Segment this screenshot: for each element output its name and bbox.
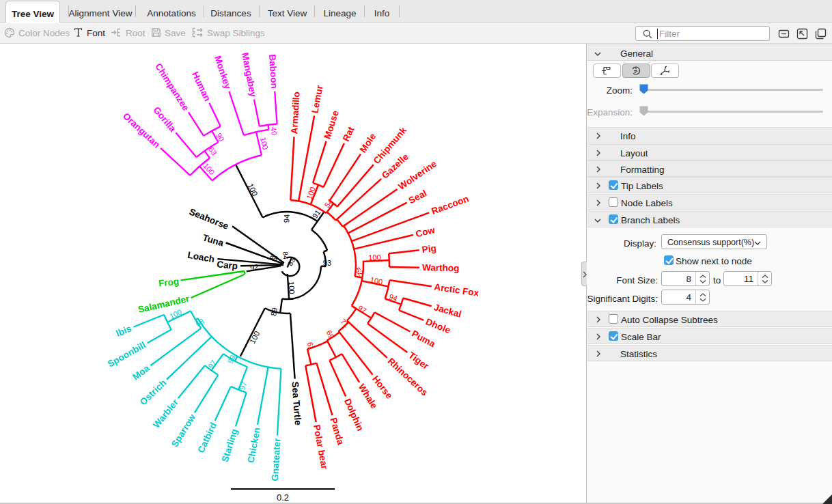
svg-text:Dolphin: Dolphin: [342, 397, 365, 432]
svg-text:Human: Human: [190, 70, 212, 103]
svg-text:40: 40: [269, 126, 279, 136]
svg-text:Lemur: Lemur: [309, 84, 324, 114]
svg-text:90: 90: [214, 132, 225, 143]
svg-text:Gorilla: Gorilla: [152, 105, 178, 135]
svg-text:Seal: Seal: [407, 188, 429, 206]
svg-text:100: 100: [368, 253, 381, 262]
svg-text:Dhole: Dhole: [424, 316, 452, 335]
svg-text:100: 100: [168, 307, 183, 320]
svg-text:Jackal: Jackal: [432, 302, 462, 320]
svg-text:100: 100: [248, 330, 261, 346]
svg-text:Seahorse: Seahorse: [188, 206, 230, 232]
svg-text:97: 97: [357, 303, 368, 315]
svg-text:Chicken: Chicken: [245, 427, 262, 464]
svg-text:Sparrow: Sparrow: [169, 412, 198, 449]
svg-text:Mouse: Mouse: [322, 109, 341, 141]
svg-text:92: 92: [249, 262, 259, 272]
svg-text:Starling: Starling: [219, 428, 239, 463]
svg-text:100: 100: [288, 281, 296, 294]
svg-text:Warbler: Warbler: [151, 397, 181, 430]
svg-text:Salamander: Salamander: [137, 294, 191, 315]
svg-text:Ostrich: Ostrich: [138, 378, 169, 407]
svg-text:100: 100: [370, 275, 383, 286]
svg-text:94: 94: [282, 214, 290, 223]
svg-text:Monkey: Monkey: [212, 55, 233, 91]
svg-text:Armadillo: Armadillo: [289, 92, 301, 135]
svg-text:Carp: Carp: [217, 259, 238, 271]
svg-text:Panda: Panda: [328, 417, 346, 447]
svg-text:Rat: Rat: [341, 125, 357, 143]
svg-text:Catbird: Catbird: [195, 421, 218, 454]
svg-text:0.2: 0.2: [277, 492, 289, 503]
svg-text:Raccoon: Raccoon: [430, 193, 471, 216]
svg-text:Tiger: Tiger: [406, 350, 431, 372]
svg-text:Tuna: Tuna: [202, 232, 225, 249]
svg-text:Loach: Loach: [187, 250, 216, 265]
svg-text:Cow: Cow: [415, 225, 436, 239]
svg-text:Gnateater: Gnateater: [270, 437, 283, 481]
svg-text:Pig: Pig: [421, 243, 437, 255]
svg-text:Frog: Frog: [158, 277, 179, 289]
svg-text:Sea Turtle: Sea Turtle: [290, 381, 303, 426]
svg-text:93: 93: [323, 259, 331, 267]
svg-text:Puma: Puma: [410, 328, 437, 350]
svg-text:Warthog: Warthog: [422, 262, 460, 273]
svg-text:Polar bear: Polar bear: [311, 424, 330, 471]
svg-text:69: 69: [324, 329, 335, 340]
svg-text:Arctic Fox: Arctic Fox: [434, 281, 480, 298]
svg-text:Moa: Moa: [130, 363, 152, 382]
svg-text:100: 100: [202, 161, 217, 176]
svg-text:Ibis: Ibis: [115, 323, 133, 339]
svg-text:Spoonbill: Spoonbill: [106, 340, 148, 369]
svg-text:Baboon: Baboon: [267, 54, 279, 89]
svg-text:Mole: Mole: [358, 131, 378, 154]
svg-text:Mangabey: Mangabey: [240, 52, 259, 98]
svg-text:89: 89: [269, 307, 279, 316]
svg-text:100: 100: [305, 186, 317, 200]
svg-text:63: 63: [207, 145, 219, 157]
